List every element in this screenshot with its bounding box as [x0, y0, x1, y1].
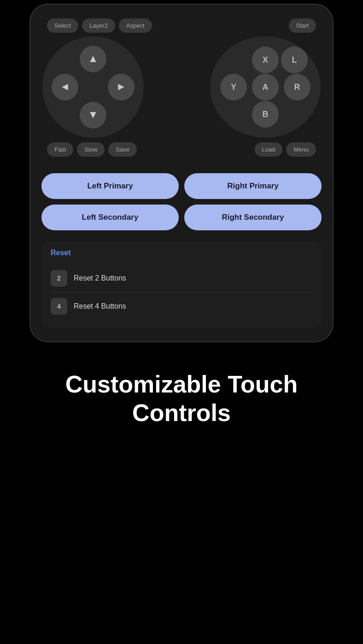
svg-marker-0: [90, 56, 96, 62]
dpad-up-button[interactable]: [80, 46, 106, 72]
face-x-button[interactable]: X: [252, 47, 279, 73]
up-arrow-icon: [88, 54, 98, 64]
face-l-button[interactable]: L: [281, 47, 308, 73]
face-r-button[interactable]: R: [284, 74, 310, 100]
start-button[interactable]: Start: [289, 18, 316, 33]
mapping-buttons: Left Primary Right Primary Left Secondar…: [38, 166, 325, 238]
slow-button[interactable]: Slow: [77, 142, 105, 157]
face-a-button[interactable]: A: [252, 74, 279, 100]
svg-marker-3: [118, 84, 124, 90]
dpad-down-button[interactable]: [80, 102, 106, 129]
left-secondary-button[interactable]: Left Secondary: [41, 205, 179, 230]
right-arrow-icon: [117, 82, 126, 92]
reset-section: Reset 2 Reset 2 Buttons 4 Reset 4 Button…: [41, 241, 322, 328]
right-secondary-button[interactable]: Right Secondary: [184, 205, 322, 230]
reset-2-label: Reset 2 Buttons: [74, 274, 126, 282]
reset-4-icon: 4: [51, 298, 67, 315]
footer-headline: Customizable Touch Controls: [0, 342, 363, 455]
down-arrow-icon: [88, 111, 98, 120]
controller-area: Select Layer2 Aspect Start: [38, 14, 325, 166]
right-primary-button[interactable]: Right Primary: [184, 173, 322, 199]
phone-mockup: Select Layer2 Aspect Start: [29, 4, 334, 342]
select-button[interactable]: Select: [47, 18, 78, 33]
aspect-button[interactable]: Aspect: [119, 18, 152, 33]
reset-title: Reset: [51, 249, 312, 257]
bottom-right-buttons: Load Menu: [255, 142, 316, 157]
save-button[interactable]: Save: [108, 142, 137, 157]
svg-marker-2: [62, 84, 68, 90]
reset-4-item[interactable]: 4 Reset 4 Buttons: [51, 293, 312, 320]
top-row: Select Layer2 Aspect Start: [42, 18, 321, 33]
dpad-left-button[interactable]: [52, 74, 78, 100]
fast-button[interactable]: Fast: [47, 142, 73, 157]
dpad-container: [42, 36, 144, 138]
left-arrow-icon: [60, 82, 70, 92]
buttons-row: X L Y A R B: [42, 36, 321, 138]
face-buttons-container: X L Y A R B: [210, 36, 321, 138]
face-b-button[interactable]: B: [252, 101, 279, 128]
left-primary-button[interactable]: Left Primary: [41, 173, 179, 199]
reset-2-item[interactable]: 2 Reset 2 Buttons: [51, 264, 312, 292]
reset-4-label: Reset 4 Buttons: [74, 302, 126, 310]
menu-button[interactable]: Menu: [286, 142, 316, 157]
reset-2-icon: 2: [51, 270, 67, 287]
top-row-left: Select Layer2 Aspect: [47, 18, 152, 33]
layer2-button[interactable]: Layer2: [82, 18, 115, 33]
face-y-button[interactable]: Y: [220, 74, 247, 100]
bottom-left-buttons: Fast Slow Save: [47, 142, 137, 157]
svg-marker-1: [90, 112, 96, 118]
dpad-right-button[interactable]: [108, 74, 135, 100]
load-button[interactable]: Load: [255, 142, 283, 157]
bottom-row: Fast Slow Save Load Menu: [42, 142, 321, 157]
